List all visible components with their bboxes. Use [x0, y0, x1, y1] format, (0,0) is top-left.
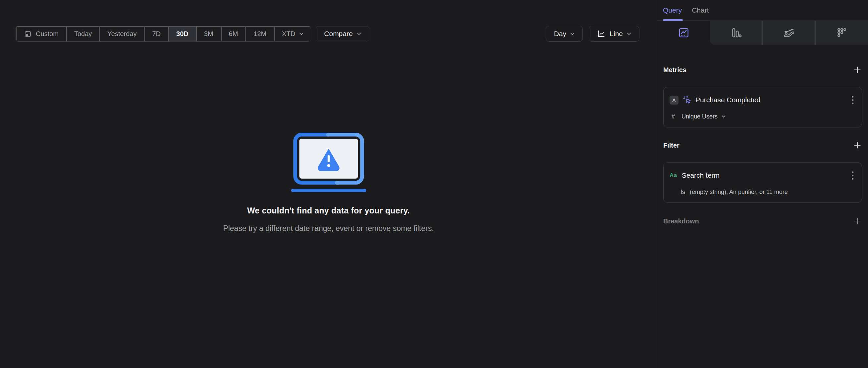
granularity-dropdown[interactable]: Day: [546, 26, 583, 42]
filter-property-name: Search term: [682, 171, 850, 179]
aggregation-symbol: #: [672, 113, 678, 120]
query-builder-sidebar: Query Chart: [657, 0, 868, 368]
empty-state-subtitle: Please try a different date range, event…: [223, 224, 434, 233]
plus-icon: [853, 217, 862, 225]
chevron-down-icon: [357, 32, 361, 35]
date-range-6m-button[interactable]: 6M: [221, 26, 246, 41]
sidebar-tabs: Query Chart: [657, 0, 868, 21]
tab-query[interactable]: Query: [663, 0, 682, 21]
plus-icon: [853, 66, 862, 74]
filter-operator: Is: [681, 189, 685, 196]
metric-options-button[interactable]: [850, 95, 856, 105]
cursor-click-icon: [682, 95, 692, 105]
tab-chart[interactable]: Chart: [692, 0, 709, 21]
active-tab-underline: [663, 19, 683, 21]
report-type-tabs: [657, 21, 868, 45]
chevron-down-icon: [627, 32, 631, 35]
metric-event-name: Purchase Completed: [695, 96, 850, 104]
tab-insights[interactable]: [657, 21, 710, 45]
filter-condition-selector[interactable]: Is (empty string), Air purifier, or 11 m…: [670, 189, 856, 196]
kebab-icon: [852, 171, 854, 180]
date-range-group: Custom Today Yesterday 7D 30D 3M 6M 12M …: [16, 26, 311, 42]
line-chart-icon: [597, 29, 606, 38]
tab-retention[interactable]: [815, 21, 868, 45]
tab-funnels[interactable]: [710, 21, 762, 45]
metric-event-row[interactable]: A Purchase Completed: [670, 94, 856, 106]
metric-card[interactable]: A Purchase Completed: [663, 87, 862, 127]
metric-aggregation-selector[interactable]: # Unique Users: [670, 112, 856, 121]
filter-card[interactable]: Aa Search term Is (empty string), Air pu…: [663, 163, 862, 203]
compare-button[interactable]: Compare: [316, 26, 369, 41]
date-range-yesterday-button[interactable]: Yesterday: [99, 26, 144, 41]
date-range-custom-button[interactable]: Custom: [16, 26, 66, 41]
kebab-icon: [852, 96, 854, 105]
date-range-3m-button[interactable]: 3M: [196, 26, 221, 41]
metrics-heading: Metrics: [663, 66, 686, 74]
tab-flows[interactable]: [762, 21, 815, 45]
date-range-7d-button[interactable]: 7D: [145, 26, 168, 41]
calendar-icon: [24, 30, 32, 38]
chart-type-dropdown[interactable]: Line: [589, 26, 640, 42]
date-range-today-button[interactable]: Today: [66, 26, 99, 41]
breakdown-section-header: Breakdown: [663, 216, 862, 226]
insights-icon: [678, 27, 690, 39]
chart-display-controls: Day Line: [546, 26, 640, 42]
date-range-xtd-button[interactable]: XTD: [274, 26, 311, 41]
chevron-down-icon: [721, 115, 725, 118]
add-metric-button[interactable]: [853, 65, 862, 74]
filter-options-button[interactable]: [850, 170, 856, 181]
empty-state-title: We couldn't find any data for your query…: [247, 206, 410, 215]
breakdown-heading: Breakdown: [663, 218, 699, 225]
app-window: Custom Today Yesterday 7D 30D 3M 6M 12M …: [0, 0, 868, 368]
report-type-tabs-inactive: [710, 21, 868, 45]
plus-icon: [853, 141, 862, 149]
date-range-30d-button[interactable]: 30D: [168, 26, 196, 41]
filter-property-row[interactable]: Aa Search term: [670, 169, 856, 181]
date-range-12m-button[interactable]: 12M: [246, 26, 274, 41]
flows-icon: [783, 27, 795, 39]
filter-values: (empty string), Air purifier, or 11 more: [690, 189, 788, 196]
query-sections: Metrics A: [657, 45, 868, 226]
laptop-warning-illustration: [287, 131, 370, 194]
date-range-label: Custom: [36, 30, 59, 38]
metrics-section-header: Metrics: [663, 65, 862, 74]
empty-state: We couldn't find any data for your query…: [0, 131, 657, 233]
add-filter-button[interactable]: [853, 141, 862, 150]
filter-heading: Filter: [663, 142, 680, 149]
funnels-icon: [730, 27, 742, 39]
aggregation-label: Unique Users: [681, 113, 718, 120]
chevron-down-icon: [299, 32, 304, 35]
chart-canvas-area: Custom Today Yesterday 7D 30D 3M 6M 12M …: [0, 0, 657, 368]
chevron-down-icon: [570, 32, 575, 35]
text-property-icon: Aa: [670, 172, 677, 179]
retention-icon: [836, 27, 848, 39]
filter-section-header: Filter: [663, 141, 862, 150]
add-breakdown-button[interactable]: [853, 216, 862, 226]
metric-letter-badge: A: [670, 96, 679, 105]
chart-toolbar: Custom Today Yesterday 7D 30D 3M 6M 12M …: [16, 26, 640, 42]
